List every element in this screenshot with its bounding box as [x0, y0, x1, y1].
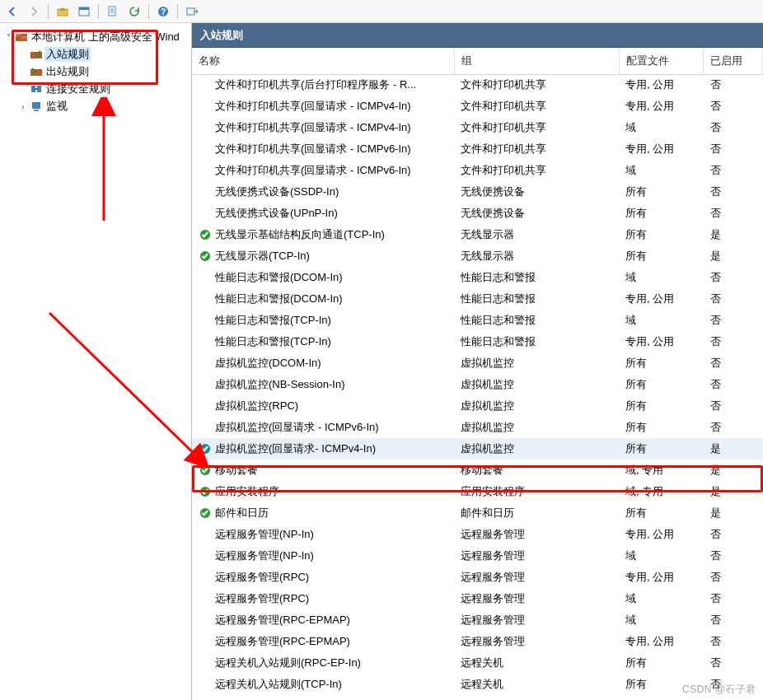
rule-row[interactable]: 虚拟机监控(回显请求 - ICMPv6-In)虚拟机监控所有否	[192, 417, 763, 438]
rule-row[interactable]: 邮件和日历邮件和日历所有是	[192, 502, 763, 524]
folder-up-button[interactable]	[54, 2, 72, 21]
svg-rect-14	[32, 102, 40, 109]
check-teal-icon	[199, 442, 212, 455]
col-profile[interactable]: 配置文件	[619, 48, 704, 74]
rule-row[interactable]: 无线便携式设备(SSDP-In)无线便携设备所有否	[192, 181, 763, 203]
rule-row[interactable]: 性能日志和警报(TCP-In)性能日志和警报专用, 公用否	[192, 331, 763, 352]
rule-row[interactable]: 移动套餐移动套餐域, 专用是	[192, 460, 763, 481]
rule-group: 远程服务管理	[454, 609, 619, 631]
rule-name: 无线便携式设备(UPnP-In)	[215, 206, 338, 221]
rule-row[interactable]: 虚拟机监控(DCOM-In)虚拟机监控所有否	[192, 352, 763, 374]
rule-row[interactable]: 远程服务管理(NP-In)远程服务管理域否	[192, 545, 763, 567]
rule-row[interactable]: 远程服务管理(NP-In)远程服务管理专用, 公用否	[192, 524, 763, 545]
rule-name: 远程服务管理(RPC)	[215, 591, 309, 606]
rule-row[interactable]: 远程服务管理(RPC)远程服务管理专用, 公用否	[192, 567, 763, 588]
rule-name: 虚拟机监控(NB-Session-In)	[215, 377, 344, 392]
rule-enabled: 否	[704, 631, 763, 652]
rule-row[interactable]: 远程服务管理(RPC-EPMAP)远程服务管理域否	[192, 609, 763, 631]
blank-icon	[199, 635, 212, 648]
expand-icon[interactable]: ›	[18, 102, 28, 111]
main-area: ˅ 本地计算机 上的高级安全 Wind 入站规则出站规则连接安全规则›监视 入站…	[0, 23, 763, 700]
rule-row[interactable]: 虚拟机监控(回显请求- ICMPv4-In)虚拟机监控所有是	[192, 438, 763, 460]
rule-enabled: 否	[704, 609, 763, 631]
nav-tree: ˅ 本地计算机 上的高级安全 Wind 入站规则出站规则连接安全规则›监视	[0, 23, 192, 700]
rule-group: 移动套餐	[454, 460, 619, 481]
svg-rect-15	[34, 110, 39, 111]
rule-row[interactable]: 文件和打印机共享(回显请求 - ICMPv4-In)文件和打印机共享专用, 公用…	[192, 96, 763, 117]
rule-row[interactable]: 性能日志和警报(DCOM-In)性能日志和警报专用, 公用否	[192, 288, 763, 310]
rule-name: 虚拟机监控(RPC)	[215, 399, 298, 413]
collapse-icon[interactable]: ˅	[3, 33, 13, 42]
rule-profile: 所有	[619, 224, 704, 245]
tree-item-2[interactable]: 连接安全规则	[0, 81, 191, 97]
col-group[interactable]: 组	[454, 48, 619, 74]
rule-profile: 所有	[619, 417, 704, 438]
rule-profile: 域	[619, 160, 704, 181]
rule-profile: 域	[619, 310, 704, 331]
svg-rect-9	[21, 36, 27, 39]
rules-table: 名称 组 配置文件 已启用 文件和打印机共享(后台打印程序服务 - R...文件…	[192, 48, 763, 695]
refresh-button[interactable]	[125, 2, 143, 21]
rule-profile: 专用, 公用	[619, 138, 704, 160]
rule-group: 虚拟机监控	[454, 352, 619, 374]
blank-icon	[199, 528, 212, 541]
svg-rect-2	[79, 7, 89, 10]
rule-row[interactable]: 远程服务管理(RPC)远程服务管理域否	[192, 588, 763, 609]
rule-name: 远程关机入站规则(TCP-In)	[215, 677, 342, 692]
rule-row[interactable]: 远程关机入站规则(RPC-EP-In)远程关机所有否	[192, 652, 763, 674]
col-name[interactable]: 名称	[192, 48, 454, 74]
rule-group: 无线显示器	[454, 245, 619, 267]
rule-row[interactable]: 性能日志和警报(DCOM-In)性能日志和警报域否	[192, 267, 763, 288]
blank-icon	[199, 421, 212, 434]
rule-name: 文件和打印机共享(回显请求 - ICMPv6-In)	[215, 142, 411, 156]
rule-row[interactable]: 应用安装程序应用安装程序域, 专用是	[192, 481, 763, 502]
blank-icon	[199, 78, 212, 91]
blank-icon	[199, 571, 212, 584]
rules-table-wrap[interactable]: 名称 组 配置文件 已启用 文件和打印机共享(后台打印程序服务 - R...文件…	[192, 48, 763, 700]
rule-row[interactable]: 性能日志和警报(TCP-In)性能日志和警报域否	[192, 310, 763, 331]
rule-group: 远程服务管理	[454, 524, 619, 545]
rule-row[interactable]: 文件和打印机共享(后台打印程序服务 - R...文件和打印机共享专用, 公用否	[192, 74, 763, 96]
rule-enabled: 否	[704, 417, 763, 438]
forward-button[interactable]	[25, 2, 43, 21]
rule-group: 虚拟机监控	[454, 417, 619, 438]
rule-enabled: 否	[704, 395, 763, 417]
rule-profile: 所有	[619, 395, 704, 417]
action-button[interactable]	[183, 2, 201, 21]
rule-row[interactable]: 虚拟机监控(NB-Session-In)虚拟机监控所有否	[192, 374, 763, 395]
rule-row[interactable]: 文件和打印机共享(回显请求 - ICMPv6-In)文件和打印机共享专用, 公用…	[192, 138, 763, 160]
rule-row[interactable]: 无线显示器(TCP-In)无线显示器所有是	[192, 245, 763, 267]
rule-name: 文件和打印机共享(后台打印程序服务 - R...	[215, 77, 416, 92]
rule-enabled: 否	[704, 310, 763, 331]
col-enabled[interactable]: 已启用	[704, 48, 763, 74]
rule-row[interactable]: 远程关机入站规则(TCP-In)远程关机所有否	[192, 674, 763, 695]
help-button[interactable]: ?	[154, 2, 172, 21]
rule-enabled: 否	[704, 331, 763, 352]
rule-group: 文件和打印机共享	[454, 138, 619, 160]
rule-row[interactable]: 文件和打印机共享(回显请求 - ICMPv4-In)文件和打印机共享域否	[192, 117, 763, 138]
rule-profile: 专用, 公用	[619, 567, 704, 588]
rule-row[interactable]: 文件和打印机共享(回显请求 - ICMPv6-In)文件和打印机共享域否	[192, 160, 763, 181]
tree-item-1[interactable]: 出站规则	[0, 63, 191, 80]
rule-row[interactable]: 远程服务管理(RPC-EPMAP)远程服务管理专用, 公用否	[192, 631, 763, 652]
rule-enabled: 是	[704, 438, 763, 460]
tree-item-3[interactable]: ›监视	[0, 98, 191, 114]
rule-name: 移动套餐	[215, 463, 258, 478]
rule-profile: 域	[619, 609, 704, 631]
rule-enabled: 否	[704, 288, 763, 310]
back-button[interactable]	[3, 2, 21, 21]
toolbar-separator	[48, 4, 49, 19]
tree-item-0[interactable]: 入站规则	[0, 46, 191, 63]
rule-profile: 专用, 公用	[619, 331, 704, 352]
rule-group: 邮件和日历	[454, 502, 619, 524]
rule-profile: 域	[619, 117, 704, 138]
rule-row[interactable]: 无线显示基础结构反向通道(TCP-In)无线显示器所有是	[192, 224, 763, 245]
tree-item-label: 出站规则	[44, 64, 91, 79]
rule-enabled: 否	[704, 203, 763, 224]
view-button[interactable]	[75, 2, 93, 21]
tree-root[interactable]: ˅ 本地计算机 上的高级安全 Wind	[0, 29, 191, 45]
rule-group: 性能日志和警报	[454, 331, 619, 352]
rule-row[interactable]: 虚拟机监控(RPC)虚拟机监控所有否	[192, 395, 763, 417]
rule-row[interactable]: 无线便携式设备(UPnP-In)无线便携设备所有否	[192, 203, 763, 224]
new-button[interactable]	[104, 2, 122, 21]
